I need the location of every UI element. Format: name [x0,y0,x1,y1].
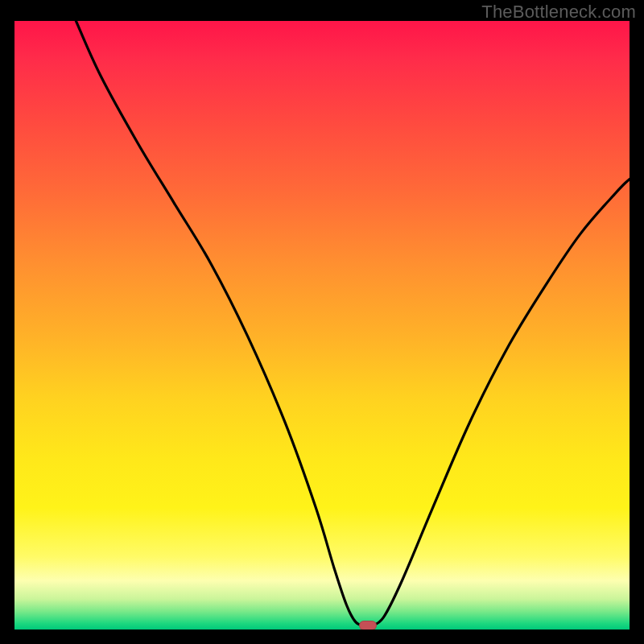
watermark-text: TheBottleneck.com [481,2,636,23]
plot-area [14,21,630,630]
bottleneck-curve-svg [14,21,630,630]
bottleneck-curve-path [76,21,630,626]
chart-frame: TheBottleneck.com [0,0,644,644]
minimum-marker [359,621,377,630]
